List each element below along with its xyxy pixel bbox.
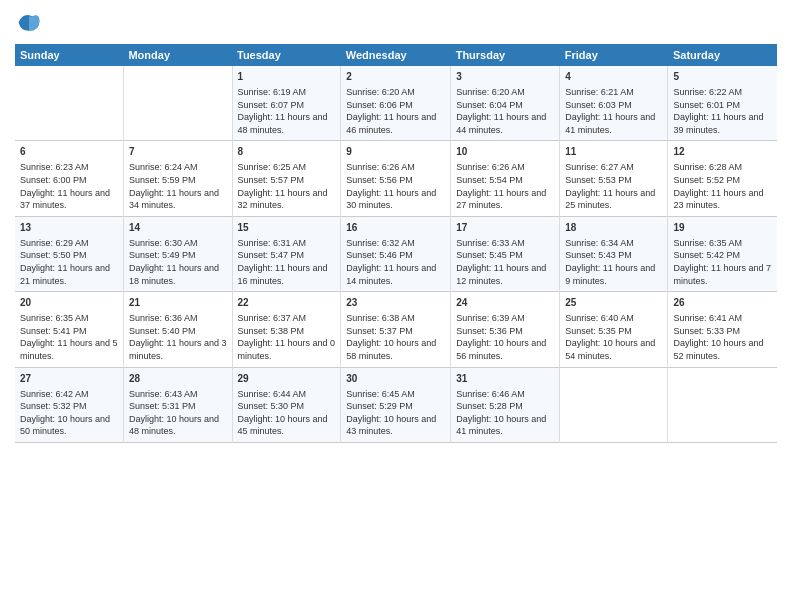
daylight: Daylight: 11 hours and 9 minutes. <box>565 263 655 286</box>
day-cell: 4Sunrise: 6:21 AMSunset: 6:03 PMDaylight… <box>560 66 668 141</box>
daylight: Daylight: 11 hours and 27 minutes. <box>456 188 546 211</box>
sunset: Sunset: 6:00 PM <box>20 175 87 185</box>
sunset: Sunset: 5:33 PM <box>673 326 740 336</box>
sunrise: Sunrise: 6:19 AM <box>238 87 307 97</box>
sunset: Sunset: 5:49 PM <box>129 250 196 260</box>
daylight: Daylight: 11 hours and 5 minutes. <box>20 338 118 361</box>
daylight: Daylight: 10 hours and 48 minutes. <box>129 414 219 437</box>
day-cell: 15Sunrise: 6:31 AMSunset: 5:47 PMDayligh… <box>232 216 341 291</box>
daylight: Daylight: 10 hours and 58 minutes. <box>346 338 436 361</box>
day-number: 27 <box>20 372 118 386</box>
day-number: 5 <box>673 70 772 84</box>
day-number: 13 <box>20 221 118 235</box>
day-cell: 17Sunrise: 6:33 AMSunset: 5:45 PMDayligh… <box>451 216 560 291</box>
sunset: Sunset: 5:29 PM <box>346 401 413 411</box>
day-cell: 9Sunrise: 6:26 AMSunset: 5:56 PMDaylight… <box>341 141 451 216</box>
sunset: Sunset: 5:43 PM <box>565 250 632 260</box>
day-cell: 30Sunrise: 6:45 AMSunset: 5:29 PMDayligh… <box>341 367 451 442</box>
daylight: Daylight: 11 hours and 12 minutes. <box>456 263 546 286</box>
header <box>15 10 777 38</box>
day-number: 18 <box>565 221 662 235</box>
day-cell <box>560 367 668 442</box>
header-day-thursday: Thursday <box>451 44 560 66</box>
week-row-4: 27Sunrise: 6:42 AMSunset: 5:32 PMDayligh… <box>15 367 777 442</box>
sunrise: Sunrise: 6:30 AM <box>129 238 198 248</box>
sunset: Sunset: 5:36 PM <box>456 326 523 336</box>
sunrise: Sunrise: 6:43 AM <box>129 389 198 399</box>
header-day-monday: Monday <box>123 44 232 66</box>
sunset: Sunset: 5:53 PM <box>565 175 632 185</box>
header-day-wednesday: Wednesday <box>341 44 451 66</box>
day-cell: 21Sunrise: 6:36 AMSunset: 5:40 PMDayligh… <box>123 292 232 367</box>
sunrise: Sunrise: 6:39 AM <box>456 313 525 323</box>
day-number: 4 <box>565 70 662 84</box>
daylight: Daylight: 11 hours and 37 minutes. <box>20 188 110 211</box>
day-number: 16 <box>346 221 445 235</box>
sunrise: Sunrise: 6:35 AM <box>673 238 742 248</box>
header-day-saturday: Saturday <box>668 44 777 66</box>
sunrise: Sunrise: 6:26 AM <box>456 162 525 172</box>
sunrise: Sunrise: 6:38 AM <box>346 313 415 323</box>
daylight: Daylight: 10 hours and 50 minutes. <box>20 414 110 437</box>
day-cell: 14Sunrise: 6:30 AMSunset: 5:49 PMDayligh… <box>123 216 232 291</box>
sunrise: Sunrise: 6:20 AM <box>346 87 415 97</box>
header-day-sunday: Sunday <box>15 44 123 66</box>
sunset: Sunset: 6:04 PM <box>456 100 523 110</box>
week-row-1: 6Sunrise: 6:23 AMSunset: 6:00 PMDaylight… <box>15 141 777 216</box>
day-number: 14 <box>129 221 227 235</box>
daylight: Daylight: 11 hours and 23 minutes. <box>673 188 763 211</box>
day-number: 22 <box>238 296 336 310</box>
day-number: 19 <box>673 221 772 235</box>
sunrise: Sunrise: 6:40 AM <box>565 313 634 323</box>
daylight: Daylight: 11 hours and 34 minutes. <box>129 188 219 211</box>
sunrise: Sunrise: 6:22 AM <box>673 87 742 97</box>
daylight: Daylight: 11 hours and 48 minutes. <box>238 112 328 135</box>
day-number: 28 <box>129 372 227 386</box>
sunset: Sunset: 5:52 PM <box>673 175 740 185</box>
page-container: SundayMondayTuesdayWednesdayThursdayFrid… <box>0 0 792 612</box>
daylight: Daylight: 10 hours and 41 minutes. <box>456 414 546 437</box>
day-cell <box>123 66 232 141</box>
sunset: Sunset: 5:35 PM <box>565 326 632 336</box>
calendar-table: SundayMondayTuesdayWednesdayThursdayFrid… <box>15 44 777 443</box>
sunset: Sunset: 6:06 PM <box>346 100 413 110</box>
sunrise: Sunrise: 6:27 AM <box>565 162 634 172</box>
week-row-2: 13Sunrise: 6:29 AMSunset: 5:50 PMDayligh… <box>15 216 777 291</box>
sunset: Sunset: 5:32 PM <box>20 401 87 411</box>
sunrise: Sunrise: 6:36 AM <box>129 313 198 323</box>
sunset: Sunset: 5:46 PM <box>346 250 413 260</box>
sunset: Sunset: 6:03 PM <box>565 100 632 110</box>
day-cell: 18Sunrise: 6:34 AMSunset: 5:43 PMDayligh… <box>560 216 668 291</box>
day-cell: 16Sunrise: 6:32 AMSunset: 5:46 PMDayligh… <box>341 216 451 291</box>
daylight: Daylight: 11 hours and 32 minutes. <box>238 188 328 211</box>
day-number: 21 <box>129 296 227 310</box>
day-number: 7 <box>129 145 227 159</box>
daylight: Daylight: 11 hours and 16 minutes. <box>238 263 328 286</box>
daylight: Daylight: 11 hours and 21 minutes. <box>20 263 110 286</box>
sunrise: Sunrise: 6:21 AM <box>565 87 634 97</box>
day-number: 30 <box>346 372 445 386</box>
day-number: 11 <box>565 145 662 159</box>
daylight: Daylight: 10 hours and 52 minutes. <box>673 338 763 361</box>
sunrise: Sunrise: 6:20 AM <box>456 87 525 97</box>
daylight: Daylight: 11 hours and 39 minutes. <box>673 112 763 135</box>
sunrise: Sunrise: 6:26 AM <box>346 162 415 172</box>
day-number: 20 <box>20 296 118 310</box>
sunrise: Sunrise: 6:35 AM <box>20 313 89 323</box>
day-number: 29 <box>238 372 336 386</box>
sunset: Sunset: 5:41 PM <box>20 326 87 336</box>
day-number: 24 <box>456 296 554 310</box>
day-cell <box>668 367 777 442</box>
day-number: 6 <box>20 145 118 159</box>
day-number: 2 <box>346 70 445 84</box>
day-number: 23 <box>346 296 445 310</box>
day-cell: 13Sunrise: 6:29 AMSunset: 5:50 PMDayligh… <box>15 216 123 291</box>
day-cell: 2Sunrise: 6:20 AMSunset: 6:06 PMDaylight… <box>341 66 451 141</box>
daylight: Daylight: 11 hours and 46 minutes. <box>346 112 436 135</box>
daylight: Daylight: 11 hours and 3 minutes. <box>129 338 227 361</box>
daylight: Daylight: 11 hours and 18 minutes. <box>129 263 219 286</box>
day-number: 31 <box>456 372 554 386</box>
sunrise: Sunrise: 6:33 AM <box>456 238 525 248</box>
sunrise: Sunrise: 6:37 AM <box>238 313 307 323</box>
sunset: Sunset: 5:59 PM <box>129 175 196 185</box>
